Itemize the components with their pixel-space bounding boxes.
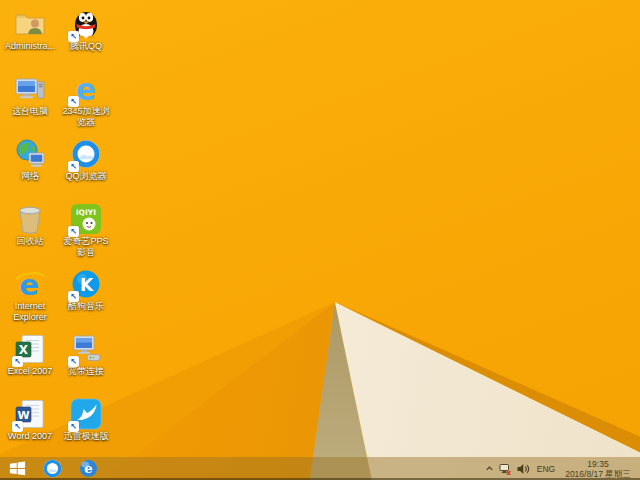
volume-button[interactable]	[514, 457, 532, 480]
shortcut-arrow-icon: ↖	[68, 291, 79, 302]
shortcut-arrow-icon: ↖	[68, 421, 79, 432]
desktop-icon-excel-2007[interactable]: X↖Excel 2007	[2, 331, 58, 393]
kugou-icon: K↖	[70, 268, 102, 300]
desktop-icon-xunlei[interactable]: ↖迅雷极速版	[58, 396, 114, 458]
desktop-icon-label: 腾讯QQ	[58, 41, 114, 52]
qq-cloud-icon	[42, 458, 63, 479]
ie-icon: e	[14, 268, 46, 300]
desktop-icon-label: Administra...	[2, 41, 58, 52]
excel-icon: X↖	[14, 333, 46, 365]
desktop-icon-label: Word 2007	[2, 431, 58, 442]
svg-text:iQIYI: iQIYI	[76, 208, 96, 217]
desktop-icon-label: Excel 2007	[2, 366, 58, 377]
qq-cloud-icon: ↖	[70, 138, 102, 170]
desktop-icon-word-2007[interactable]: W↖Word 2007	[2, 396, 58, 458]
shortcut-arrow-icon: ↖	[12, 421, 23, 432]
desktop-icon-label: 这台电脑	[2, 106, 58, 117]
desktop-icon-label: 2345加速浏览器	[58, 106, 114, 128]
desktop-icon-kugou-music[interactable]: K↖酷狗音乐	[58, 266, 114, 328]
svg-text:K: K	[80, 275, 94, 295]
computer-icon	[14, 73, 46, 105]
chevron-up-icon	[485, 464, 494, 473]
iqiyi-icon: iQIYI ↖	[70, 203, 102, 235]
shortcut-arrow-icon: ↖	[12, 356, 23, 367]
desktop-icon-administrator[interactable]: Administra...	[2, 6, 58, 68]
network-disconnected-icon: x	[498, 462, 512, 476]
svg-text:x: x	[506, 468, 511, 476]
system-tray: x ENG 19:35 2016/8/17 星期三	[482, 457, 640, 480]
desktop-icon-label: 网络	[2, 171, 58, 182]
e-light-icon: e↖	[70, 73, 102, 105]
qq-penguin-icon: ↖	[70, 8, 102, 40]
desktop-icon-iqiyi-pps[interactable]: iQIYI ↖爱奇艺PPS 影音	[58, 201, 114, 263]
word-icon: W↖	[14, 398, 46, 430]
start-button[interactable]	[0, 457, 34, 480]
network-globe-icon	[14, 138, 46, 170]
desktop-icon-this-pc[interactable]: 这台电脑	[2, 71, 58, 133]
windows-logo-icon	[8, 459, 27, 478]
shortcut-arrow-icon: ↖	[68, 31, 79, 42]
clock-date: 2016/8/17 星期三	[565, 469, 631, 479]
desktop-icon-label: 迅雷极速版	[58, 431, 114, 442]
ie-ball-icon: e	[78, 458, 99, 479]
desktop-icon-internet-explorer[interactable]: e Internet Explorer	[2, 266, 58, 328]
shortcut-arrow-icon: ↖	[68, 226, 79, 237]
desktop-icon-broadband[interactable]: ↖宽带连接	[58, 331, 114, 393]
desktop-icon-recycle-bin[interactable]: 回收站	[2, 201, 58, 263]
desktop-icon-label: Internet Explorer	[2, 301, 58, 323]
clock-time: 19:35	[587, 459, 608, 469]
desktop-icon-qq-browser[interactable]: ↖QQ浏览器	[58, 136, 114, 198]
desktop-icon-2345-browser[interactable]: e↖2345加速浏览器	[58, 71, 114, 133]
svg-text:X: X	[19, 343, 29, 357]
clock[interactable]: 19:35 2016/8/17 星期三	[560, 457, 636, 480]
speaker-icon	[516, 462, 530, 476]
network-status-button[interactable]: x	[496, 457, 514, 480]
xunlei-icon: ↖	[70, 398, 102, 430]
taskbar-qq-browser-button[interactable]	[34, 457, 70, 480]
taskbar-internet-explorer-button[interactable]: e	[70, 457, 106, 480]
recycle-bin-icon	[14, 203, 46, 235]
desktop-icon-label: 回收站	[2, 236, 58, 247]
language-indicator[interactable]: ENG	[532, 457, 560, 480]
desktop-icon-network[interactable]: 网络	[2, 136, 58, 198]
svg-text:e: e	[84, 461, 92, 476]
desktop-icon-label: QQ浏览器	[58, 171, 114, 182]
desktop-icon-tencent-qq[interactable]: ↖腾讯QQ	[58, 6, 114, 68]
shortcut-arrow-icon: ↖	[68, 96, 79, 107]
desktop-icon-label: 爱奇艺PPS 影音	[58, 236, 114, 258]
desktop-icon-label: 酷狗音乐	[58, 301, 114, 312]
folder-user-icon	[14, 8, 46, 40]
desktop[interactable]: Administra... ↖腾讯QQ 这台电脑 e↖2345加速浏览器 网络 …	[0, 0, 640, 480]
shortcut-arrow-icon: ↖	[68, 356, 79, 367]
broadband-icon: ↖	[70, 333, 102, 365]
taskbar: e x E	[0, 457, 640, 480]
shortcut-arrow-icon: ↖	[68, 161, 79, 172]
desktop-icon-label: 宽带连接	[58, 366, 114, 377]
show-hidden-icons-button[interactable]	[482, 457, 496, 480]
